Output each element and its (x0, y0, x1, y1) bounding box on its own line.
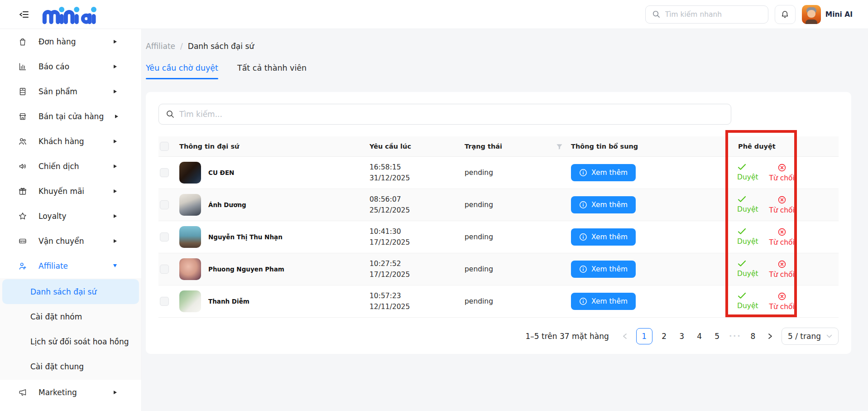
request-time: 16:58:15 31/12/2025 (369, 162, 410, 184)
sidebar-item-affiliate[interactable]: Affiliate (0, 253, 141, 278)
sidebar-item-san-pham[interactable]: Sản phẩm (0, 79, 141, 104)
pagination-page-1[interactable]: 1 (636, 328, 652, 344)
breadcrumb-current: Danh sách đại sứ (188, 42, 254, 51)
notifications-button[interactable] (775, 5, 796, 24)
sidebar-item-khach-hang[interactable]: Khách hàng (0, 129, 141, 154)
ambassador-name: Nguyễn Thị Thu Nhạn (208, 233, 283, 241)
time-value: 08:56:07 (369, 194, 410, 205)
approve-action[interactable]: Duyệt (737, 260, 758, 279)
info-icon (579, 265, 587, 273)
check-icon (737, 195, 747, 203)
ambassadors-table: Thông tin đại sứ Yêu cầu lúc Trạng thái … (158, 136, 839, 318)
sidebar-item-loyalty[interactable]: Loyalty (0, 203, 141, 228)
pagination-summary: 1–5 trên 37 mặt hàng (525, 332, 609, 341)
approve-action[interactable]: Duyệt (737, 195, 758, 214)
submenu-item-cai-dat-nhom[interactable]: Cài đặt nhóm (0, 304, 141, 329)
tab-tat-ca-thanh-vien[interactable]: Tất cả thành viên (237, 63, 307, 79)
row-checkbox[interactable] (160, 232, 169, 242)
chevron-right-icon (767, 333, 773, 339)
xem-them-button[interactable]: Xem thêm (571, 261, 636, 278)
sidebar-item-bao-cao[interactable]: Báo cáo (0, 54, 141, 79)
table-search-input[interactable] (179, 110, 724, 119)
approve-action[interactable]: Duyệt (737, 163, 758, 182)
caret-right-icon (114, 391, 117, 394)
product-icon (18, 87, 27, 96)
caret-right-icon (114, 214, 117, 218)
row-checkbox[interactable] (160, 168, 169, 177)
customers-icon (18, 137, 27, 146)
tab-yeu-cau-cho-duyet[interactable]: Yêu cầu chờ duyệt (146, 63, 218, 79)
breadcrumb-parent[interactable]: Affiliate (146, 42, 175, 51)
ambassador-avatar (179, 226, 201, 248)
pagination: 1–5 trên 37 mặt hàng 1 2 3 4 5 ••• 8 5 /… (158, 328, 839, 345)
shipping-icon (18, 237, 27, 246)
pagination-page-4[interactable]: 4 (694, 328, 705, 344)
status-text: pending (465, 233, 493, 241)
reject-action[interactable]: Từ chối (769, 163, 795, 182)
reject-action[interactable]: Từ chối (769, 260, 795, 279)
table-search[interactable] (158, 104, 731, 125)
xem-them-button[interactable]: Xem thêm (571, 164, 636, 181)
approve-action[interactable]: Duyệt (737, 227, 758, 247)
xem-them-button[interactable]: Xem thêm (571, 293, 636, 310)
sidebar-collapse-button[interactable] (18, 9, 30, 20)
table-row: Phuong Nguyen Pham 10:27:52 17/12/2025 p… (158, 253, 839, 285)
sidebar-item-chien-dich[interactable]: Chiến dịch (0, 154, 141, 179)
request-time: 08:56:07 25/12/2025 (369, 194, 410, 216)
store-icon (18, 112, 27, 121)
time-value: 10:57:23 (369, 290, 410, 301)
submenu-item-lich-su-doi-soat-hoa-hong[interactable]: Lịch sử đối soát hoa hồng (0, 329, 141, 354)
table-header: Thông tin đại sứ Yêu cầu lúc Trạng thái … (158, 136, 839, 157)
page-size-select[interactable]: 5 / trang (782, 328, 839, 345)
approve-action[interactable]: Duyệt (737, 292, 758, 311)
info-icon (579, 201, 587, 209)
global-search[interactable] (645, 5, 768, 24)
column-header-thong-tin-dai-su: Thông tin đại sứ (179, 143, 369, 150)
submenu-item-danh-sach-dai-su[interactable]: Danh sách đại sứ (2, 279, 139, 304)
reject-action[interactable]: Từ chối (769, 195, 795, 214)
xem-them-button[interactable]: Xem thêm (571, 196, 636, 213)
sidebar-item-marketing[interactable]: Marketing (0, 380, 141, 405)
row-checkbox[interactable] (160, 200, 169, 209)
logo-wordmark-icon (42, 4, 104, 25)
search-icon (166, 110, 175, 119)
ambassador-name: Thanh Diễm (208, 298, 249, 305)
pagination-page-2[interactable]: 2 (658, 328, 670, 344)
date-value: 31/12/2025 (369, 173, 410, 184)
pagination-prev-button[interactable] (619, 328, 630, 344)
check-icon (737, 227, 747, 236)
sidebar-item-ban-tai-cua-hang[interactable]: Bán tại cửa hàng (0, 104, 141, 129)
app-logo: mini ai (42, 4, 104, 25)
pagination-ellipsis[interactable]: ••• (729, 328, 741, 344)
sidebar-item-van-chuyen[interactable]: Vận chuyển (0, 228, 141, 253)
global-search-input[interactable] (665, 10, 762, 19)
reject-action[interactable]: Từ chối (769, 227, 795, 247)
reject-action[interactable]: Từ chối (769, 292, 795, 311)
filter-icon[interactable] (556, 143, 563, 150)
sidebar-item-khuyen-mai[interactable]: Khuyến mãi (0, 179, 141, 203)
row-checkbox[interactable] (160, 297, 169, 306)
column-header-phe-duyet: Phê duyệt (732, 143, 839, 150)
pagination-page-3[interactable]: 3 (676, 328, 688, 344)
circle-x-icon (777, 260, 786, 269)
main-content: Affiliate / Danh sách đại sứ Yêu cầu chờ… (142, 29, 868, 411)
caret-right-icon (114, 40, 117, 44)
caret-right-icon (114, 90, 117, 93)
request-time: 10:27:52 17/12/2025 (369, 258, 410, 280)
pagination-page-5[interactable]: 5 (711, 328, 723, 344)
user-menu[interactable]: Mini AI (802, 5, 853, 24)
pagination-page-8[interactable]: 8 (747, 328, 759, 344)
check-icon (737, 292, 747, 300)
select-all-checkbox[interactable] (160, 142, 169, 151)
info-icon (579, 297, 587, 305)
date-value: 17/12/2025 (369, 237, 410, 248)
row-checkbox[interactable] (160, 265, 169, 274)
search-icon (652, 10, 661, 19)
xem-them-button[interactable]: Xem thêm (571, 228, 636, 246)
top-bar: mini ai (0, 0, 868, 29)
sidebar-item-don-hang[interactable]: Đơn hàng (0, 29, 141, 54)
submenu-item-cai-dat-chung[interactable]: Cài đặt chung (0, 354, 141, 379)
info-icon (579, 233, 587, 241)
pagination-next-button[interactable] (765, 328, 776, 344)
affiliate-submenu: Danh sách đại sứ Cài đặt nhóm Lịch sử đố… (0, 278, 141, 380)
